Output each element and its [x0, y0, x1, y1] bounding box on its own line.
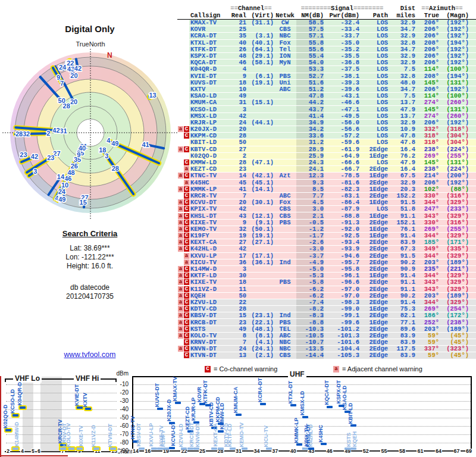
dbm-tick-label: -50 — [105, 414, 129, 421]
uhf-tick-label: 58 — [399, 449, 406, 454]
radar-channel-label: 49 — [111, 140, 118, 147]
co-channel-warning-badge: C — [184, 266, 189, 272]
uhf-tick — [148, 451, 148, 453]
cell-path: LOS — [359, 107, 388, 112]
radar-plot: N212535402648464918104931342242028502722… — [0, 0, 190, 364]
cell-callsign: KRCB-DT — [189, 320, 228, 325]
cell-real: 23 — [228, 320, 246, 325]
cell-callsign: KVIE-DT — [189, 73, 228, 79]
cell-magn-az: (189°) — [439, 293, 469, 299]
cell-nm: -8.3 — [296, 312, 324, 318]
cell-pwr: -49.5 — [324, 113, 359, 119]
adjacent-warning-badge: a — [178, 346, 183, 352]
cell-true-az: 203° — [415, 326, 439, 332]
signal-bar — [169, 447, 175, 449]
station-label: KIXE-TV — [78, 425, 84, 447]
cell-virt: (48.1) — [246, 326, 274, 332]
vhf-tick-label: 9 — [77, 449, 82, 454]
cell-true-az: 145° — [415, 159, 439, 165]
cell-magn-az: (192°) — [439, 53, 469, 59]
cell-virt: (14.1) — [246, 186, 274, 192]
cell-pwr: -82.3 — [324, 186, 359, 192]
cell-miles: 51.8 — [388, 206, 415, 212]
cell-path: 1Edge — [359, 233, 388, 239]
vhf-tick-label: 13 — [111, 449, 118, 454]
station-label: KCRA-DT — [257, 378, 263, 402]
cell-callsign: KNVN-DT — [189, 346, 228, 352]
cell-callsign: KIXE-TV — [189, 279, 228, 285]
cell-callsign: KQEH — [189, 293, 228, 299]
cell-real: 31 — [228, 99, 246, 105]
table-row: KCSO-LD343.7-47.1LOS47.9145°(131°) — [177, 106, 476, 112]
station-label: KDTV-CD — [223, 423, 229, 447]
col-netwk: Netwk — [274, 12, 296, 18]
cell-real: 9 — [228, 73, 246, 79]
cell-magn-az: (194°) — [439, 73, 469, 79]
cell-path: 2Edge — [359, 166, 388, 172]
cell-pwr: -33.4 — [324, 26, 359, 32]
cell-magn-az: (131°) — [439, 159, 469, 165]
cell-nm: -10.7 — [296, 339, 324, 345]
vhf-hi-label: VHF Hi — [74, 374, 101, 383]
cell-true-az: 238° — [415, 166, 439, 172]
cell-callsign: KOVR — [189, 26, 228, 32]
cell-nm: -14.4 — [296, 352, 324, 358]
cell-nm: 58.5 — [296, 20, 324, 26]
signal-bar — [350, 447, 356, 450]
cell-pwr: -96.1 — [324, 273, 359, 278]
cell-real: 48 — [228, 53, 246, 59]
cell-pwr: -39.6 — [324, 86, 359, 92]
co-channel-warning-badge: C — [184, 226, 189, 232]
cell-virt: (45.1) — [246, 180, 274, 186]
cell-virt: (17.1) — [246, 253, 274, 259]
cell-virt: (9.1) — [246, 220, 274, 226]
channel-header: Channel — [238, 5, 264, 12]
cell-magn-az: (329°) — [439, 273, 469, 278]
cell-path: 2Edge — [359, 146, 388, 152]
cell-path: 2Edge — [359, 299, 388, 305]
cell-path: 2Edge — [359, 259, 388, 265]
cell-pwr: -38.1 — [324, 73, 359, 79]
cell-nm: -1.2 — [296, 226, 324, 232]
cell-real: 42 — [228, 246, 246, 252]
dbm-tick-label: -60 — [105, 422, 129, 429]
station-label: KZVU-LD — [178, 424, 184, 447]
cell-path: LOS — [359, 159, 388, 165]
cell-magn-az: (221°) — [439, 266, 469, 272]
cell-true-az: 274° — [415, 113, 439, 119]
adjacent-warning-badge: a — [184, 259, 189, 265]
uhf-tick-label: 34 — [253, 449, 261, 454]
cell-netwk: TEL — [274, 326, 296, 332]
tvfool-link-wrap: www.tvfool.com — [0, 350, 180, 359]
cell-true-az: 145° — [415, 107, 439, 112]
cell-callsign: K20JX-D — [189, 126, 228, 132]
tvfool-link[interactable]: www.tvfool.com — [64, 350, 116, 359]
cell-true-az: 214° — [415, 173, 439, 179]
cell-nm: 9.3 — [296, 180, 324, 186]
cell-nm: -10.5 — [296, 333, 324, 339]
cell-miles: 7.5 — [388, 66, 415, 72]
cell-virt: (27.1) — [246, 239, 274, 245]
cell-virt: (6.1) — [246, 73, 274, 79]
adjacent-warning-badge: a — [178, 333, 183, 339]
adjacent-warning-badge: a — [178, 226, 183, 232]
cell-real: 50 — [228, 293, 246, 299]
cell-virt: (47.1) — [246, 159, 274, 165]
co-channel-warning-badge: C — [184, 220, 189, 226]
cell-real: 17 — [228, 253, 246, 259]
dbm-tick-label: -20 — [105, 389, 129, 396]
co-channel-warning-badge: C — [184, 273, 189, 278]
cell-callsign: KTXL-DT — [189, 40, 228, 46]
cell-callsign: KCVU-DT — [189, 199, 228, 205]
cell-pwr: -91.3 — [324, 220, 359, 226]
cell-netwk: ION — [274, 53, 296, 59]
signal-bar — [205, 404, 211, 406]
cell-pwr: -47.1 — [324, 107, 359, 112]
cell-callsign: KBSV-DT — [189, 312, 228, 318]
signal-bar — [218, 447, 224, 450]
cell-real: 27 — [228, 239, 246, 245]
cell-path: LOS — [359, 40, 388, 46]
cell-callsign: K02QO-D — [189, 153, 228, 159]
cell-true-az: 343° — [415, 279, 439, 285]
cell-path: 2Edge — [359, 246, 388, 252]
